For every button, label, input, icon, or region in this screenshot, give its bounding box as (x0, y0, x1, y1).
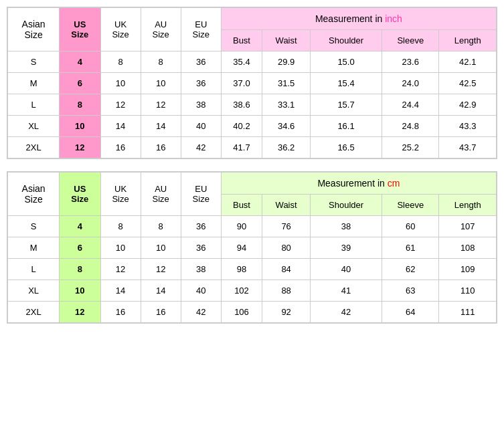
table-cell: XL (8, 116, 60, 137)
table-cell: 42 (311, 302, 382, 323)
table-cell: 94 (221, 237, 262, 259)
table-cell: 92 (262, 302, 311, 323)
table-cell: 88 (262, 280, 311, 302)
table-cell: 108 (439, 237, 497, 259)
table-cell: S (8, 51, 60, 73)
table-cell: 43.3 (439, 116, 497, 137)
table-cell: 31.5 (262, 73, 311, 94)
asian-size-header-cm: AsianSize (8, 173, 60, 216)
us-size-header-inch: USSize (60, 8, 100, 51)
table-cell: 8 (100, 216, 141, 237)
table-cell: 40 (181, 280, 221, 302)
table-cell: 42 (181, 137, 221, 158)
uk-size-header-inch: UKSize (100, 8, 141, 51)
table-cell: 102 (221, 280, 262, 302)
table-row: S4883635.429.915.023.642.1 (8, 51, 497, 73)
table-cell: 8 (141, 216, 181, 237)
table-cell: 110 (439, 280, 497, 302)
unit-cm: cm (388, 178, 400, 189)
table-cell: 63 (382, 280, 439, 302)
table-cell: 2XL (8, 302, 60, 323)
eu-size-header-cm: EUSize (181, 173, 221, 216)
table-cell: 36 (181, 216, 221, 237)
table-cell: 29.9 (262, 51, 311, 73)
table-cell: 41 (311, 280, 382, 302)
table-cell: 15.0 (311, 51, 382, 73)
table-cell: 10 (100, 237, 141, 259)
measurement-label-cm: Measurement in (317, 178, 387, 189)
table-cell: 14 (100, 280, 141, 302)
table-cell: 36.2 (262, 137, 311, 158)
table-cell: 109 (439, 259, 497, 280)
table-cell: 62 (382, 259, 439, 280)
table-cell: 90 (221, 216, 262, 237)
table-cell: 6 (60, 237, 100, 259)
table-cell: 16 (100, 137, 141, 158)
table-cell: 38 (311, 216, 382, 237)
table-cell: 12 (60, 137, 100, 158)
table-cell: 6 (60, 73, 100, 94)
uk-size-header-cm: UKSize (100, 173, 141, 216)
table-cell: 4 (60, 51, 100, 73)
table-cell: 42.1 (439, 51, 497, 73)
table-cell: S (8, 216, 60, 237)
measurement-header-inch: Measurement in inch (221, 8, 496, 30)
table-row: M610103637.031.515.424.042.5 (8, 73, 497, 94)
table-cell: 38.6 (221, 94, 262, 116)
inch-table: AsianSize USSize UKSize AUSize EUSize Me… (7, 7, 497, 158)
length-header-inch: Length (439, 30, 497, 51)
bust-header-cm: Bust (221, 195, 262, 216)
table-cell: 111 (439, 302, 497, 323)
table-cell: 36 (181, 51, 221, 73)
inch-table-container: AsianSize USSize UKSize AUSize EUSize Me… (7, 7, 497, 159)
table-cell: 42.9 (439, 94, 497, 116)
table-cell: 10 (100, 73, 141, 94)
bust-header-inch: Bust (221, 30, 262, 51)
table-cell: 33.1 (262, 94, 311, 116)
table-cell: 84 (262, 259, 311, 280)
sleeve-header-inch: Sleeve (382, 30, 439, 51)
table-cell: 10 (60, 280, 100, 302)
table-cell: 23.6 (382, 51, 439, 73)
table-cell: 10 (60, 116, 100, 137)
table-cell: 107 (439, 216, 497, 237)
table-cell: 43.7 (439, 137, 497, 158)
table-cell: 37.0 (221, 73, 262, 94)
table-cell: 24.0 (382, 73, 439, 94)
table-cell: 12 (141, 259, 181, 280)
table-cell: 12 (100, 259, 141, 280)
measurement-label-inch: Measurement in (315, 13, 385, 24)
measurement-header-cm: Measurement in cm (221, 173, 496, 195)
table-cell: 34.6 (262, 116, 311, 137)
table-cell: M (8, 237, 60, 259)
table-cell: 10 (141, 73, 181, 94)
table-cell: 25.2 (382, 137, 439, 158)
table-cell: 16 (141, 302, 181, 323)
table-row: 2XL12161642106924264111 (8, 302, 497, 323)
table-cell: 76 (262, 216, 311, 237)
table-cell: 14 (141, 280, 181, 302)
table-row: S4883690763860107 (8, 216, 497, 237)
table-cell: 40.2 (221, 116, 262, 137)
table-row: M610103694803961108 (8, 237, 497, 259)
cm-table: AsianSize USSize UKSize AUSize EUSize Me… (7, 172, 497, 323)
us-size-header-cm: USSize (60, 173, 100, 216)
length-header-cm: Length (439, 195, 497, 216)
waist-header-inch: Waist (262, 30, 311, 51)
table-row: L812123838.633.115.724.442.9 (8, 94, 497, 116)
table-cell: 8 (141, 51, 181, 73)
table-cell: 16 (141, 137, 181, 158)
au-size-header-inch: AUSize (141, 8, 181, 51)
table-cell: 15.4 (311, 73, 382, 94)
table-row: L812123898844062109 (8, 259, 497, 280)
table-cell: 35.4 (221, 51, 262, 73)
table-cell: M (8, 73, 60, 94)
table-cell: 14 (141, 116, 181, 137)
table-cell: 15.7 (311, 94, 382, 116)
table-cell: 38 (181, 259, 221, 280)
table-row: XL1014144040.234.616.124.843.3 (8, 116, 497, 137)
table-cell: 14 (100, 116, 141, 137)
table-cell: 10 (141, 237, 181, 259)
table-cell: 24.8 (382, 116, 439, 137)
table-cell: 40 (311, 259, 382, 280)
